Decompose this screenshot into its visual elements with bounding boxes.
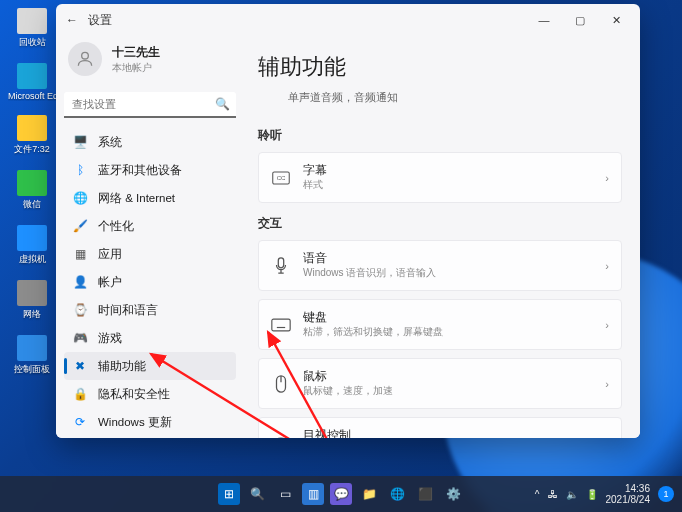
desktop-icon-img bbox=[17, 63, 47, 89]
settings-card-keyboard[interactable]: 键盘 粘滞，筛选和切换键，屏幕键盘 › bbox=[258, 299, 622, 350]
desktop-icon-label: 虚拟机 bbox=[19, 253, 46, 266]
accessibility-icon: ✖ bbox=[72, 358, 88, 374]
desktop-icon-label: 文件7:32 bbox=[14, 143, 50, 156]
taskbar-edge-icon[interactable]: 🌐 bbox=[386, 483, 408, 505]
taskbar-widgets-icon[interactable]: ▥ bbox=[302, 483, 324, 505]
taskbar-search-icon[interactable]: 🔍 bbox=[246, 483, 268, 505]
desktop-icon-6[interactable]: 控制面板 bbox=[8, 335, 56, 376]
time-language-icon: ⌚ bbox=[72, 302, 88, 318]
clock[interactable]: 14:36 2021/8/24 bbox=[606, 483, 651, 505]
tray-chevron-icon[interactable]: ^ bbox=[535, 489, 540, 500]
settings-card-eye-control[interactable]: 目视控制 眼动追踪仪，文本到语音转换 › bbox=[258, 417, 622, 438]
desktop-icon-img bbox=[17, 115, 47, 141]
card-subtitle: 粘滞，筛选和切换键，屏幕键盘 bbox=[303, 325, 593, 339]
sidebar-item-label: 蓝牙和其他设备 bbox=[98, 163, 182, 178]
sidebar-item-label: 个性化 bbox=[98, 219, 134, 234]
desktop-icon-label: Microsoft Edge bbox=[8, 91, 56, 101]
account-name: 十三先生 bbox=[112, 44, 160, 61]
titlebar: ← 设置 — ▢ ✕ bbox=[56, 4, 640, 36]
sidebar-item-gaming[interactable]: 🎮游戏 bbox=[64, 324, 236, 352]
speech-icon bbox=[271, 256, 291, 276]
sidebar-item-personalization[interactable]: 🖌️个性化 bbox=[64, 212, 236, 240]
desktop-icon-1[interactable]: Microsoft Edge bbox=[8, 63, 56, 101]
sidebar-item-accounts[interactable]: 👤帐户 bbox=[64, 268, 236, 296]
taskbar-chat-icon[interactable]: 💬 bbox=[330, 483, 352, 505]
network-icon[interactable]: 🖧 bbox=[548, 489, 558, 500]
chevron-right-icon: › bbox=[605, 172, 609, 184]
main-panel: 辅助功能 单声道音频，音频通知 聆听CC 字幕 样式 ›交互 语音 Window… bbox=[244, 36, 640, 438]
desktop-icon-label: 网络 bbox=[23, 308, 41, 321]
sidebar: 十三先生 本地帐户 🔍 🖥️系统ᛒ蓝牙和其他设备🌐网络 & Internet🖌️… bbox=[56, 36, 244, 438]
search-icon: 🔍 bbox=[215, 97, 230, 111]
network-icon: 🌐 bbox=[72, 190, 88, 206]
taskbar-settings-icon[interactable]: ⚙️ bbox=[442, 483, 464, 505]
svg-text:CC: CC bbox=[277, 175, 286, 181]
desktop-icon-2[interactable]: 文件7:32 bbox=[8, 115, 56, 156]
apps-icon: ▦ bbox=[72, 246, 88, 262]
gaming-icon: 🎮 bbox=[72, 330, 88, 346]
settings-card-mouse[interactable]: 鼠标 鼠标键，速度，加速 › bbox=[258, 358, 622, 409]
desktop-icon-img bbox=[17, 335, 47, 361]
page-title: 辅助功能 bbox=[258, 52, 622, 82]
desktop-icon-0[interactable]: 回收站 bbox=[8, 8, 56, 49]
svg-point-0 bbox=[82, 52, 89, 59]
section-header: 聆听 bbox=[258, 127, 622, 144]
account-block[interactable]: 十三先生 本地帐户 bbox=[64, 36, 236, 86]
chevron-right-icon: › bbox=[605, 437, 609, 439]
settings-card-captions[interactable]: CC 字幕 样式 › bbox=[258, 152, 622, 203]
date-text: 2021/8/24 bbox=[606, 494, 651, 505]
search-box[interactable]: 🔍 bbox=[64, 92, 236, 118]
avatar-icon bbox=[68, 42, 102, 76]
sidebar-item-bluetooth[interactable]: ᛒ蓝牙和其他设备 bbox=[64, 156, 236, 184]
minimize-button[interactable]: — bbox=[526, 6, 562, 34]
app-title: 设置 bbox=[88, 12, 112, 29]
desktop-icon-img bbox=[17, 170, 47, 196]
sidebar-item-network[interactable]: 🌐网络 & Internet bbox=[64, 184, 236, 212]
taskbar-taskview-icon[interactable]: ▭ bbox=[274, 483, 296, 505]
svg-rect-3 bbox=[278, 257, 283, 267]
taskbar-explorer-icon[interactable]: 📁 bbox=[358, 483, 380, 505]
mouse-icon bbox=[271, 374, 291, 394]
chevron-right-icon: › bbox=[605, 378, 609, 390]
bluetooth-icon: ᛒ bbox=[72, 162, 88, 178]
close-button[interactable]: ✕ bbox=[598, 6, 634, 34]
sidebar-item-privacy[interactable]: 🔒隐私和安全性 bbox=[64, 380, 236, 408]
sidebar-item-accessibility[interactable]: ✖辅助功能 bbox=[64, 352, 236, 380]
sidebar-item-apps[interactable]: ▦应用 bbox=[64, 240, 236, 268]
desktop-icon-label: 控制面板 bbox=[14, 363, 50, 376]
card-title: 目视控制 bbox=[303, 428, 593, 438]
settings-card-speech[interactable]: 语音 Windows 语音识别，语音输入 › bbox=[258, 240, 622, 291]
sidebar-item-label: 应用 bbox=[98, 247, 122, 262]
captions-icon: CC bbox=[271, 168, 291, 188]
notification-badge[interactable]: 1 bbox=[658, 486, 674, 502]
sidebar-item-label: 时间和语言 bbox=[98, 303, 158, 318]
card-title: 语音 bbox=[303, 251, 593, 266]
card-title: 字幕 bbox=[303, 163, 593, 178]
search-input[interactable] bbox=[64, 92, 236, 118]
sidebar-item-label: 网络 & Internet bbox=[98, 191, 175, 206]
back-button[interactable]: ← bbox=[66, 13, 78, 27]
update-icon: ⟳ bbox=[72, 414, 88, 430]
settings-window: ← 设置 — ▢ ✕ 十三先生 本地帐户 🔍 🖥️系统ᛒ蓝牙 bbox=[56, 4, 640, 438]
chevron-right-icon: › bbox=[605, 319, 609, 331]
sidebar-item-system[interactable]: 🖥️系统 bbox=[64, 128, 236, 156]
desktop-icon-5[interactable]: 网络 bbox=[8, 280, 56, 321]
desktop-icon-3[interactable]: 微信 bbox=[8, 170, 56, 211]
taskbar-start-icon[interactable]: ⊞ bbox=[218, 483, 240, 505]
system-tray[interactable]: ^ 🖧 🔈 🔋 14:36 2021/8/24 1 bbox=[535, 483, 674, 505]
taskbar-store-icon[interactable]: ⬛ bbox=[414, 483, 436, 505]
sidebar-item-update[interactable]: ⟳Windows 更新 bbox=[64, 408, 236, 436]
volume-icon[interactable]: 🔈 bbox=[566, 489, 578, 500]
sidebar-item-label: 辅助功能 bbox=[98, 359, 146, 374]
keyboard-icon bbox=[271, 315, 291, 335]
sidebar-item-time-language[interactable]: ⌚时间和语言 bbox=[64, 296, 236, 324]
battery-icon[interactable]: 🔋 bbox=[586, 489, 598, 500]
card-title: 鼠标 bbox=[303, 369, 593, 384]
desktop-icon-4[interactable]: 虚拟机 bbox=[8, 225, 56, 266]
svg-rect-4 bbox=[272, 319, 290, 331]
desktop-icon-img bbox=[17, 8, 47, 34]
card-title: 键盘 bbox=[303, 310, 593, 325]
chevron-right-icon: › bbox=[605, 260, 609, 272]
eye-control-icon bbox=[271, 433, 291, 439]
maximize-button[interactable]: ▢ bbox=[562, 6, 598, 34]
